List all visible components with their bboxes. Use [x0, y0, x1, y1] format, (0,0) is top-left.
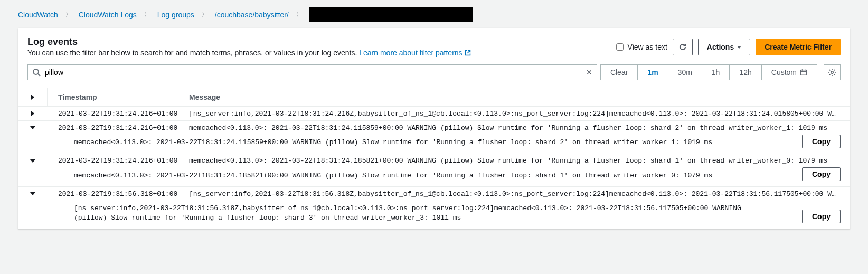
chevron-down-icon [30, 126, 35, 129]
filter-row: ✕ Clear 1m 30m 1h 12h Custom [18, 57, 850, 88]
log-message-full: [ns_server:info,2021-03-22T18:31:56.318Z… [74, 204, 841, 222]
time-range-30m[interactable]: 30m [668, 65, 702, 80]
log-timestamp: 2021-03-22T19:31:24.216+01:00 [48, 124, 178, 132]
page-title: Log events [27, 36, 471, 48]
svg-point-0 [33, 69, 39, 74]
column-header-timestamp[interactable]: Timestamp [48, 88, 178, 106]
breadcrumb-link[interactable]: /couchbase/babysitter/ [215, 11, 289, 19]
log-message-full: memcached<0.113.0>: 2021-03-22T18:31:24.… [74, 171, 841, 181]
log-row-detail: memcached<0.113.0>: 2021-03-22T18:31:24.… [18, 168, 850, 187]
breadcrumb-link[interactable]: CloudWatch Logs [79, 11, 137, 19]
search-input[interactable] [41, 65, 586, 80]
svg-point-6 [831, 71, 833, 73]
view-as-text-checkbox[interactable] [616, 43, 624, 51]
log-events-panel: Log events You can use the filter bar be… [18, 28, 850, 229]
log-message-summary: [ns_server:info,2021-03-22T18:31:56.318Z… [178, 190, 850, 198]
external-link-icon [465, 50, 471, 56]
chevron-right-icon: 〉 [144, 11, 150, 18]
create-metric-filter-button[interactable]: Create Metric Filter [756, 39, 841, 55]
table-row: 2021-03-22T19:31:24.216+01:00memcached<0… [18, 154, 850, 187]
search-input-wrapper: ✕ [27, 64, 597, 80]
gear-icon [828, 68, 836, 77]
actions-button[interactable]: Actions [698, 39, 750, 55]
panel-header: Log events You can use the filter bar be… [18, 28, 850, 57]
log-table: Timestamp Message 2021-03-22T19:31:24.21… [18, 88, 850, 229]
panel-title-block: Log events You can use the filter bar be… [27, 36, 471, 57]
breadcrumb-link[interactable]: Log groups [157, 11, 194, 19]
copy-button[interactable]: Copy [802, 135, 841, 148]
log-message-summary: [ns_server:info,2021-03-22T18:31:24.216Z… [178, 110, 850, 118]
log-row-detail: memcached<0.113.0>: 2021-03-22T18:31:24.… [18, 135, 850, 154]
time-range-1m[interactable]: 1m [638, 65, 668, 80]
log-message-summary: memcached<0.113.0>: 2021-03-22T18:31:24.… [178, 157, 850, 165]
chevron-down-icon [30, 159, 35, 163]
log-row-main: 2021-03-22T19:31:56.318+01:00[ns_server:… [18, 187, 850, 201]
time-range-clear[interactable]: Clear [601, 65, 638, 80]
table-row: 2021-03-22T19:31:24.216+01:00[ns_server:… [18, 107, 850, 121]
breadcrumb: CloudWatch 〉 CloudWatch Logs 〉 Log group… [0, 0, 868, 28]
chevron-right-icon: 〉 [65, 11, 71, 18]
svg-line-1 [38, 74, 40, 76]
svg-rect-2 [801, 70, 807, 75]
chevron-down-icon [30, 192, 35, 195]
breadcrumb-current-redacted [309, 7, 473, 22]
view-as-text-toggle[interactable]: View as text [616, 43, 667, 51]
expand-row-toggle[interactable] [18, 192, 48, 195]
header-actions: View as text Actions Create Metric Filte… [616, 39, 841, 55]
table-header: Timestamp Message [18, 88, 850, 107]
calendar-icon [800, 69, 807, 76]
refresh-button[interactable] [673, 39, 693, 55]
time-range-tabs: Clear 1m 30m 1h 12h Custom [600, 64, 817, 80]
copy-button[interactable]: Copy [802, 210, 841, 223]
chevron-right-icon: 〉 [202, 11, 207, 18]
breadcrumb-link[interactable]: CloudWatch [18, 11, 58, 19]
time-range-1h[interactable]: 1h [702, 65, 730, 80]
clear-search-button[interactable]: ✕ [586, 68, 592, 77]
chevron-right-icon [31, 95, 34, 100]
refresh-icon [678, 43, 687, 51]
expand-all-toggle[interactable] [18, 88, 48, 106]
table-row: 2021-03-22T19:31:56.318+01:00[ns_server:… [18, 187, 850, 229]
log-timestamp: 2021-03-22T19:31:56.318+01:00 [48, 190, 178, 198]
log-row-main: 2021-03-22T19:31:24.216+01:00memcached<0… [18, 121, 850, 135]
log-message-full: memcached<0.113.0>: 2021-03-22T18:31:24.… [74, 138, 841, 147]
expand-row-toggle[interactable] [18, 126, 48, 129]
chevron-right-icon: 〉 [296, 11, 302, 18]
log-message-summary: memcached<0.113.0>: 2021-03-22T18:31:24.… [178, 124, 850, 132]
table-row: 2021-03-22T19:31:24.216+01:00memcached<0… [18, 121, 850, 154]
chevron-right-icon [31, 111, 34, 116]
expand-row-toggle[interactable] [18, 111, 48, 116]
search-icon [32, 68, 41, 77]
help-link[interactable]: Learn more about filter patterns [359, 49, 470, 57]
log-row-main: 2021-03-22T19:31:24.216+01:00[ns_server:… [18, 107, 850, 120]
column-header-message[interactable]: Message [178, 93, 850, 101]
copy-button[interactable]: Copy [802, 167, 841, 181]
page-subtitle: You can use the filter bar below to sear… [27, 49, 471, 57]
log-timestamp: 2021-03-22T19:31:24.216+01:00 [48, 157, 178, 165]
time-range-custom[interactable]: Custom [762, 65, 817, 80]
chevron-down-icon [737, 46, 741, 49]
log-timestamp: 2021-03-22T19:31:24.216+01:00 [48, 110, 178, 118]
expand-row-toggle[interactable] [18, 159, 48, 163]
view-as-text-label: View as text [628, 43, 667, 51]
settings-button[interactable] [824, 64, 841, 80]
log-row-detail: [ns_server:info,2021-03-22T18:31:56.318Z… [18, 201, 850, 229]
log-row-main: 2021-03-22T19:31:24.216+01:00memcached<0… [18, 154, 850, 168]
time-range-12h[interactable]: 12h [730, 65, 761, 80]
